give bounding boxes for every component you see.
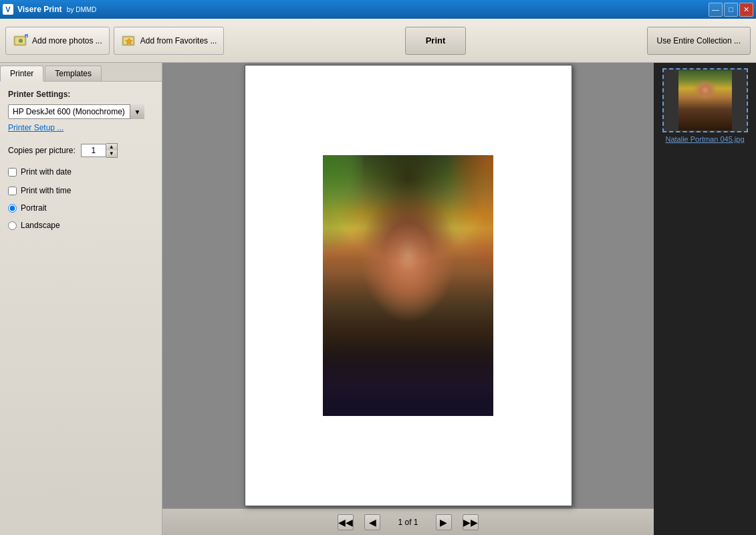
minimize-button[interactable]: — xyxy=(709,3,723,17)
toolbar: + Add more photos ... Add from Favorites… xyxy=(0,19,756,63)
copies-spinner: ▲ ▼ xyxy=(81,143,118,158)
print-with-time-checkbox[interactable] xyxy=(8,187,17,195)
print-with-date-checkbox[interactable] xyxy=(8,168,17,177)
printer-setup-link[interactable]: Printer Setup ... xyxy=(8,123,154,132)
nav-bar: ◀◀ ◀ 1 of 1 ▶ ▶▶ xyxy=(162,508,654,535)
last-page-button[interactable]: ▶▶ xyxy=(463,514,479,530)
thumbnail-filename[interactable]: Natalie Portman 045.jpg xyxy=(665,135,744,143)
app-sub: by DMMD xyxy=(67,6,96,13)
spinner-up-button[interactable]: ▲ xyxy=(106,144,117,150)
spinner-down-button[interactable]: ▼ xyxy=(106,150,117,157)
tab-bar: Printer Templates xyxy=(0,63,162,82)
center-panel: ◀◀ ◀ 1 of 1 ▶ ▶▶ xyxy=(162,63,654,535)
spinner-buttons: ▲ ▼ xyxy=(106,143,118,158)
svg-text:+: + xyxy=(25,33,27,37)
printer-settings-label: Printer Settings: xyxy=(8,90,154,99)
portrait-radio[interactable] xyxy=(8,204,17,213)
main-area: Printer Templates Printer Settings: HP D… xyxy=(0,63,756,535)
landscape-row: Landscape xyxy=(8,221,154,230)
print-date-row: Print with date xyxy=(8,167,154,177)
svg-point-2 xyxy=(19,39,23,43)
thumbnail-item: Natalie Portman 045.jpg xyxy=(662,68,749,143)
portrait-label: Portrait xyxy=(21,203,47,213)
copies-label: Copies per picture: xyxy=(8,146,76,155)
maximize-button[interactable]: □ xyxy=(724,3,738,17)
first-page-button[interactable]: ◀◀ xyxy=(338,514,354,530)
title-bar: V Visere Print by DMMD — □ ✕ xyxy=(0,0,756,19)
tab-printer[interactable]: Printer xyxy=(0,66,43,82)
printer-select-wrapper: HP DeskJet 600 (Monochrome) Adobe PDF Mi… xyxy=(8,104,144,119)
print-with-date-label: Print with date xyxy=(21,167,72,177)
tab-templates[interactable]: Templates xyxy=(45,66,102,81)
add-photos-label: Add more photos ... xyxy=(32,36,102,45)
app-icon: V xyxy=(3,4,13,15)
print-time-row: Print with time xyxy=(8,186,154,195)
preview-area xyxy=(162,63,654,508)
print-button[interactable]: Print xyxy=(405,27,467,55)
panel-content: Printer Settings: HP DeskJet 600 (Monoch… xyxy=(0,82,162,535)
photo-preview xyxy=(323,155,493,416)
left-panel: Printer Templates Printer Settings: HP D… xyxy=(0,63,162,535)
close-button[interactable]: ✕ xyxy=(739,3,753,17)
use-entire-label: Use Entire Collection ... xyxy=(657,36,741,45)
copies-input[interactable] xyxy=(81,144,106,157)
prev-page-button[interactable]: ◀ xyxy=(364,514,380,530)
right-panel: Natalie Portman 045.jpg xyxy=(654,63,756,535)
use-entire-collection-button[interactable]: Use Entire Collection ... xyxy=(647,27,751,55)
add-favorites-icon xyxy=(121,33,137,49)
window-controls: — □ ✕ xyxy=(709,3,753,17)
window-title: Visere Print by DMMD xyxy=(17,5,709,14)
landscape-radio[interactable] xyxy=(8,221,17,230)
add-photos-button[interactable]: + Add more photos ... xyxy=(5,27,110,55)
copies-row: Copies per picture: ▲ ▼ xyxy=(8,143,154,158)
print-with-time-label: Print with time xyxy=(21,186,71,195)
landscape-label: Landscape xyxy=(21,221,60,230)
page-preview xyxy=(245,65,572,506)
printer-select[interactable]: HP DeskJet 600 (Monochrome) Adobe PDF Mi… xyxy=(8,104,144,119)
app-name: Visere Print xyxy=(17,5,61,14)
print-label: Print xyxy=(426,35,446,45)
thumbnail-image xyxy=(678,70,732,130)
thumbnail-frame xyxy=(662,68,748,132)
portrait-row: Portrait xyxy=(8,203,154,213)
add-photos-icon: + xyxy=(13,33,29,49)
page-counter: 1 of 1 xyxy=(391,518,424,527)
next-page-button[interactable]: ▶ xyxy=(436,514,452,530)
add-favorites-button[interactable]: Add from Favorites ... xyxy=(114,27,225,55)
add-favorites-label: Add from Favorites ... xyxy=(140,36,217,45)
